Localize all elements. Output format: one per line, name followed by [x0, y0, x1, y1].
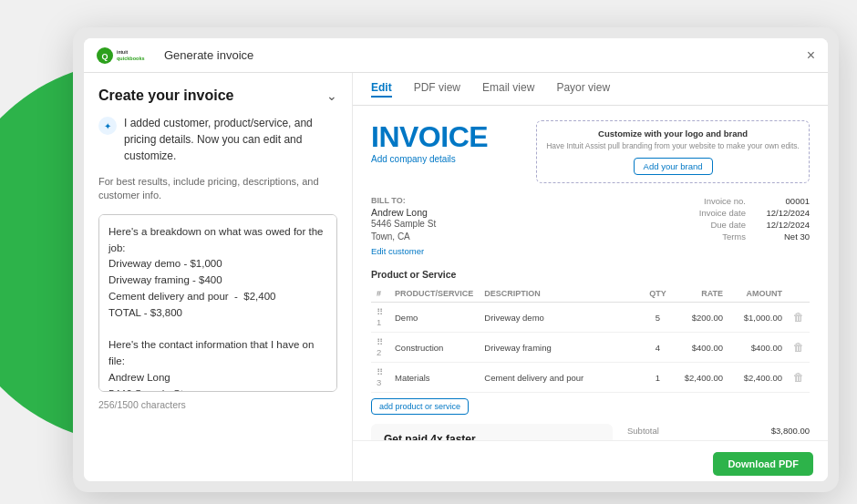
meta-row-invoiceno: Invoice no. 00001 — [682, 196, 810, 206]
bill-to-label: Bill to: — [371, 196, 645, 205]
product-table: # Product/Service Description Qty Rate A… — [371, 285, 810, 393]
table-header-row: # Product/Service Description Qty Rate A… — [371, 285, 810, 303]
row-rate: $200.00 — [674, 303, 728, 333]
row-product: Construction — [389, 333, 479, 363]
row-delete-icon[interactable]: 🗑 — [788, 363, 810, 393]
invoice-meta: Invoice no. 00001 Invoice date 12/12/202… — [645, 196, 810, 256]
bill-to-address2: Town, CA — [371, 231, 645, 243]
get-paid-section: Get paid 4x faster With QuickBooks Payme… — [371, 424, 613, 440]
meta-label-invoiceno: Invoice no. — [682, 196, 746, 206]
row-qty: 5 — [642, 303, 674, 333]
row-drag-handle: ⠿ 2 — [371, 333, 389, 363]
totals-row-subtotal: Subtotal $3,800.00 — [627, 424, 810, 437]
row-description: Driveway framing — [479, 333, 642, 363]
ai-sparkle-icon: ✦ — [98, 117, 117, 135]
table-row: ⠿ 3 Materials Cement delivery and pour 1… — [371, 363, 810, 393]
tab-email[interactable]: Email view — [482, 81, 534, 98]
char-count: 256/1500 characters — [98, 399, 337, 410]
row-drag-handle: ⠿ 1 — [371, 303, 389, 333]
brand-box-title: Customize with your logo and brand — [546, 129, 800, 139]
quickbooks-logo: Q intuit quickbooks — [97, 47, 151, 64]
col-header-desc: Description — [479, 285, 642, 303]
meta-value-invoiceno: 00001 — [755, 196, 810, 206]
ai-message-text: I added customer, product/service, and p… — [124, 115, 337, 164]
meta-value-duedate: 12/12/2024 — [755, 220, 810, 230]
col-header-product: Product/Service — [389, 285, 479, 303]
bottom-row: Get paid 4x faster With QuickBooks Payme… — [371, 424, 810, 440]
chevron-down-icon[interactable]: ⌄ — [326, 88, 337, 103]
invoice-header-row: INVOICE Add company details Customize wi… — [371, 120, 810, 183]
col-header-amount: Amount — [728, 285, 788, 303]
top-bar: Q intuit quickbooks Generate invoice × — [84, 38, 828, 73]
meta-value-terms: Net 30 — [755, 231, 810, 242]
totals-section: Subtotal $3,800.00 Shipping $0.00 Discou… — [627, 424, 810, 440]
hint-text: For best results, include pricing, descr… — [98, 175, 337, 203]
tab-edit[interactable]: Edit — [371, 81, 392, 98]
row-qty: 1 — [642, 363, 674, 393]
add-brand-button[interactable]: Add your brand — [634, 158, 713, 175]
laptop-frame: Q intuit quickbooks Generate invoice × C… — [73, 27, 839, 492]
col-header-delete — [788, 285, 810, 303]
close-icon[interactable]: × — [807, 47, 815, 64]
table-row: ⠿ 2 Construction Driveway framing 4 $400… — [371, 333, 810, 363]
ai-message: ✦ I added customer, product/service, and… — [98, 115, 337, 164]
meta-row-invoicedate: Invoice date 12/12/2024 — [682, 208, 810, 218]
row-qty: 4 — [642, 333, 674, 363]
invoice-info-row: Bill to: Andrew Long 5446 Sample St Town… — [371, 196, 810, 256]
tab-pdf[interactable]: PDF view — [414, 81, 460, 98]
bottom-bar: Download PDF — [353, 440, 828, 481]
totals-table: Subtotal $3,800.00 Shipping $0.00 Discou… — [627, 424, 810, 440]
col-header-num: # — [371, 285, 389, 303]
edit-customer-link[interactable]: Edit customer — [371, 246, 645, 256]
brand-box-subtitle: Have Intuit Assist pull branding from yo… — [546, 141, 800, 151]
logo-svg: Q intuit quickbooks — [97, 47, 151, 64]
product-section: Product or Service # Product/Service Des… — [371, 269, 810, 415]
row-amount: $400.00 — [728, 333, 788, 363]
modal-title: Generate invoice — [164, 48, 807, 62]
svg-text:quickbooks: quickbooks — [117, 56, 145, 61]
add-product-button[interactable]: add product or service — [371, 398, 469, 415]
row-description: Driveway demo — [479, 303, 642, 333]
col-header-rate: Rate — [674, 285, 728, 303]
meta-value-invoicedate: 12/12/2024 — [755, 208, 810, 218]
tabs-bar: Edit PDF view Email view Payor view — [353, 73, 828, 106]
left-panel: Create your invoice ⌄ ✦ I added customer… — [84, 73, 353, 481]
panel-header: Create your invoice ⌄ — [98, 87, 337, 104]
laptop-screen: Q intuit quickbooks Generate invoice × C… — [84, 38, 828, 481]
row-description: Cement delivery and pour — [479, 363, 642, 393]
row-amount: $1,000.00 — [728, 303, 788, 333]
invoice-input[interactable] — [98, 214, 337, 392]
table-row: ⠿ 1 Demo Driveway demo 5 $200.00 $1,000.… — [371, 303, 810, 333]
bill-to-address1: 5446 Sample St — [371, 218, 645, 231]
totals-label-subtotal: Subtotal — [627, 426, 659, 436]
invoice-content: INVOICE Add company details Customize wi… — [353, 106, 828, 440]
bill-to-name: Andrew Long — [371, 207, 645, 218]
col-header-qty: Qty — [642, 285, 674, 303]
tab-payor[interactable]: Payor view — [556, 81, 610, 98]
text-area-container: 256/1500 characters — [98, 214, 337, 410]
row-rate: $2,400.00 — [674, 363, 728, 393]
svg-text:intuit: intuit — [117, 49, 129, 55]
content-area: Create your invoice ⌄ ✦ I added customer… — [84, 73, 828, 481]
meta-row-terms: Terms Net 30 — [682, 231, 810, 242]
panel-title: Create your invoice — [98, 87, 234, 104]
add-company-link[interactable]: Add company details — [371, 154, 488, 164]
right-panel: Edit PDF view Email view Payor view INVO… — [353, 73, 828, 481]
row-product: Demo — [389, 303, 479, 333]
bill-to-section: Bill to: Andrew Long 5446 Sample St Town… — [371, 196, 645, 256]
svg-text:Q: Q — [101, 52, 108, 61]
product-section-title: Product or Service — [371, 269, 810, 280]
meta-label-terms: Terms — [682, 231, 746, 242]
row-drag-handle: ⠿ 3 — [371, 363, 389, 393]
get-paid-title: Get paid 4x faster — [384, 433, 600, 440]
meta-label-invoicedate: Invoice date — [682, 208, 746, 218]
totals-value-subtotal: $3,800.00 — [771, 426, 810, 436]
row-amount: $2,400.00 — [728, 363, 788, 393]
invoice-title-col: INVOICE Add company details — [371, 120, 488, 175]
row-product: Materials — [389, 363, 479, 393]
meta-label-duedate: Due date — [682, 220, 746, 230]
row-delete-icon[interactable]: 🗑 — [788, 333, 810, 363]
download-pdf-button[interactable]: Download PDF — [713, 452, 813, 476]
invoice-title: INVOICE — [371, 120, 488, 154]
row-delete-icon[interactable]: 🗑 — [788, 303, 810, 333]
